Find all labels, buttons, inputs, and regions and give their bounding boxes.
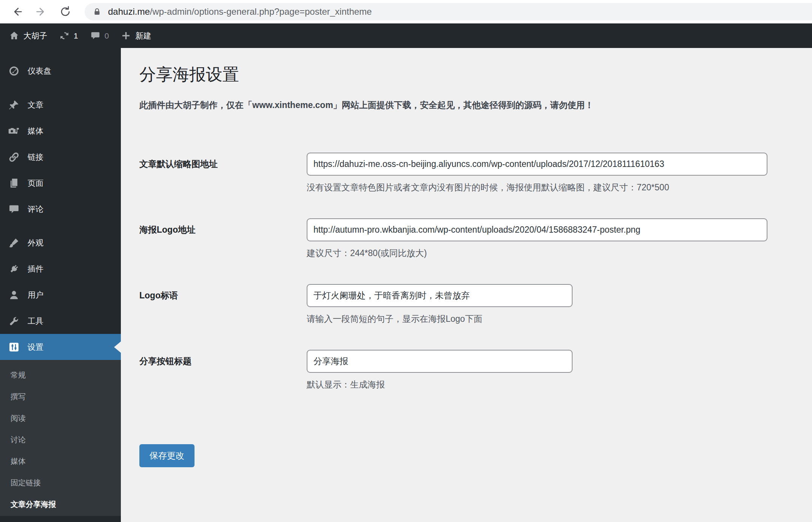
sidebar-item-posts[interactable]: 文章 bbox=[0, 92, 121, 118]
submenu-item-discussion[interactable]: 讨论 bbox=[0, 429, 121, 451]
submenu-label: 常规 bbox=[11, 370, 26, 380]
sidebar-item-tools[interactable]: 工具 bbox=[0, 308, 121, 334]
sidebar-item-label: 用户 bbox=[28, 290, 43, 300]
share-button-title-input[interactable] bbox=[307, 350, 573, 373]
admin-bar-updates[interactable]: 1 bbox=[53, 23, 84, 48]
field-help: 没有设置文章特色图片或者文章内没有图片的时候，海报使用默认缩略图，建议尺寸：72… bbox=[307, 182, 767, 193]
field-wrap: 请输入一段简短的句子，显示在海报Logo下面 bbox=[307, 284, 573, 325]
submenu-item-share-poster[interactable]: 文章分享海报 bbox=[0, 494, 121, 515]
field-label: 文章默认缩略图地址 bbox=[139, 153, 307, 170]
sidebar-item-label: 媒体 bbox=[28, 126, 43, 136]
submenu-item-writing[interactable]: 撰写 bbox=[0, 386, 121, 408]
settings-form: 文章默认缩略图地址 没有设置文章特色图片或者文章内没有图片的时候，海报使用默认缩… bbox=[139, 153, 812, 391]
user-icon bbox=[8, 289, 20, 301]
pages-icon bbox=[8, 178, 20, 189]
plugin-notice: 此插件由大胡子制作，仅在「www.xintheme.com」网站上面提供下载，安… bbox=[139, 99, 812, 111]
save-changes-button[interactable]: 保存更改 bbox=[139, 444, 195, 467]
submenu-item-media[interactable]: 媒体 bbox=[0, 451, 121, 472]
logo-slogan-input[interactable] bbox=[307, 284, 573, 307]
sidebar-item-label: 文章 bbox=[28, 100, 43, 110]
page-title: 分享海报设置 bbox=[139, 66, 812, 83]
submenu-item-general[interactable]: 常规 bbox=[0, 364, 121, 386]
sidebar-item-users[interactable]: 用户 bbox=[0, 282, 121, 308]
sidebar-item-appearance[interactable]: 外观 bbox=[0, 230, 121, 256]
arrow-left-icon bbox=[11, 5, 23, 18]
field-help: 默认显示：生成海报 bbox=[307, 379, 573, 391]
field-wrap: 没有设置文章特色图片或者文章内没有图片的时候，海报使用默认缩略图，建议尺寸：72… bbox=[307, 153, 767, 193]
submenu-label: 讨论 bbox=[11, 435, 26, 445]
browser-back-button[interactable] bbox=[11, 5, 23, 18]
wp-admin-bar: 大胡子 1 0 新建 bbox=[0, 23, 812, 48]
comments-icon bbox=[90, 31, 100, 41]
updates-icon bbox=[59, 31, 69, 41]
sidebar-item-label: 设置 bbox=[28, 342, 43, 352]
field-label: 分享按钮标题 bbox=[139, 350, 307, 367]
poster-logo-url-input[interactable] bbox=[307, 218, 767, 241]
sidebar-item-plugins[interactable]: 插件 bbox=[0, 256, 121, 282]
sidebar-item-label: 插件 bbox=[28, 264, 43, 274]
submenu-label: 媒体 bbox=[11, 456, 26, 466]
home-icon bbox=[9, 31, 19, 41]
settings-icon bbox=[8, 341, 20, 353]
browser-reload-button[interactable] bbox=[59, 5, 72, 18]
admin-menu: 仪表盘 文章 媒体 链接 页面 评论 外观 插件 bbox=[0, 48, 121, 360]
sidebar-item-links[interactable]: 链接 bbox=[0, 144, 121, 170]
wrench-icon bbox=[8, 315, 20, 327]
submenu-label: 固定链接 bbox=[11, 478, 41, 488]
address-bar[interactable]: dahuzi.me/wp-admin/options-general.php?p… bbox=[85, 3, 812, 20]
field-help: 建议尺寸：244*80(或同比放大) bbox=[307, 247, 767, 259]
field-label: 海报Logo地址 bbox=[139, 218, 307, 236]
form-row-default-thumbnail: 文章默认缩略图地址 没有设置文章特色图片或者文章内没有图片的时候，海报使用默认缩… bbox=[139, 153, 812, 193]
url-domain: dahuzi.me bbox=[108, 6, 150, 17]
form-row-share-button-title: 分享按钮标题 默认显示：生成海报 bbox=[139, 350, 812, 391]
submenu-label: 文章分享海报 bbox=[11, 499, 56, 510]
site-name: 大胡子 bbox=[23, 31, 47, 41]
submenu-item-reading[interactable]: 阅读 bbox=[0, 408, 121, 429]
admin-bar-site-link[interactable]: 大胡子 bbox=[0, 23, 53, 48]
comment-icon bbox=[8, 204, 20, 215]
arrow-right-icon bbox=[35, 5, 48, 18]
sidebar-item-label: 工具 bbox=[28, 316, 43, 326]
browser-chrome: dahuzi.me/wp-admin/options-general.php?p… bbox=[0, 0, 812, 23]
admin-bar-comments[interactable]: 0 bbox=[84, 23, 115, 48]
brush-icon bbox=[8, 237, 20, 249]
sidebar-item-comments[interactable]: 评论 bbox=[0, 196, 121, 222]
form-row-logo-slogan: Logo标语 请输入一段简短的句子，显示在海报Logo下面 bbox=[139, 284, 812, 325]
sidebar-item-label: 评论 bbox=[28, 204, 43, 215]
sidebar-item-media[interactable]: 媒体 bbox=[0, 118, 121, 144]
admin-bar-new[interactable]: 新建 bbox=[115, 23, 157, 48]
url-path: /wp-admin/options-general.php?page=poste… bbox=[150, 6, 372, 17]
settings-submenu: 常规 撰写 阅读 讨论 媒体 固定链接 文章分享海报 bbox=[0, 360, 121, 516]
field-wrap: 建议尺寸：244*80(或同比放大) bbox=[307, 218, 767, 259]
submenu-label: 撰写 bbox=[11, 392, 26, 402]
sidebar-item-label: 链接 bbox=[28, 152, 43, 162]
gauge-icon bbox=[8, 65, 20, 77]
settings-page: 分享海报设置 此插件由大胡子制作，仅在「www.xintheme.com」网站上… bbox=[121, 48, 812, 522]
plus-icon bbox=[121, 31, 131, 41]
comment-count: 0 bbox=[105, 31, 109, 40]
sidebar-item-settings[interactable]: 设置 bbox=[0, 334, 121, 360]
field-label: Logo标语 bbox=[139, 284, 307, 301]
default-thumbnail-url-input[interactable] bbox=[307, 153, 767, 176]
submenu-item-permalinks[interactable]: 固定链接 bbox=[0, 472, 121, 494]
pin-icon bbox=[8, 99, 20, 111]
update-count: 1 bbox=[74, 31, 78, 40]
sidebar-item-dashboard[interactable]: 仪表盘 bbox=[0, 58, 121, 84]
form-row-poster-logo: 海报Logo地址 建议尺寸：244*80(或同比放大) bbox=[139, 218, 812, 259]
sidebar-item-label: 仪表盘 bbox=[28, 66, 51, 76]
link-icon bbox=[8, 151, 20, 163]
submenu-label: 阅读 bbox=[11, 413, 26, 423]
sidebar-item-label: 页面 bbox=[28, 178, 43, 188]
sidebar-item-label: 外观 bbox=[28, 238, 43, 248]
reload-icon bbox=[59, 5, 72, 18]
new-label: 新建 bbox=[135, 31, 151, 41]
sidebar-item-pages[interactable]: 页面 bbox=[0, 170, 121, 196]
lock-icon bbox=[93, 8, 101, 16]
url-text: dahuzi.me/wp-admin/options-general.php?p… bbox=[108, 6, 372, 17]
wp-admin-sidebar: 仪表盘 文章 媒体 链接 页面 评论 外观 插件 bbox=[0, 48, 121, 522]
field-wrap: 默认显示：生成海报 bbox=[307, 350, 573, 391]
media-icon bbox=[8, 125, 20, 137]
plug-icon bbox=[8, 263, 20, 275]
browser-forward-button[interactable] bbox=[35, 5, 48, 18]
field-help: 请输入一段简短的句子，显示在海报Logo下面 bbox=[307, 313, 573, 325]
